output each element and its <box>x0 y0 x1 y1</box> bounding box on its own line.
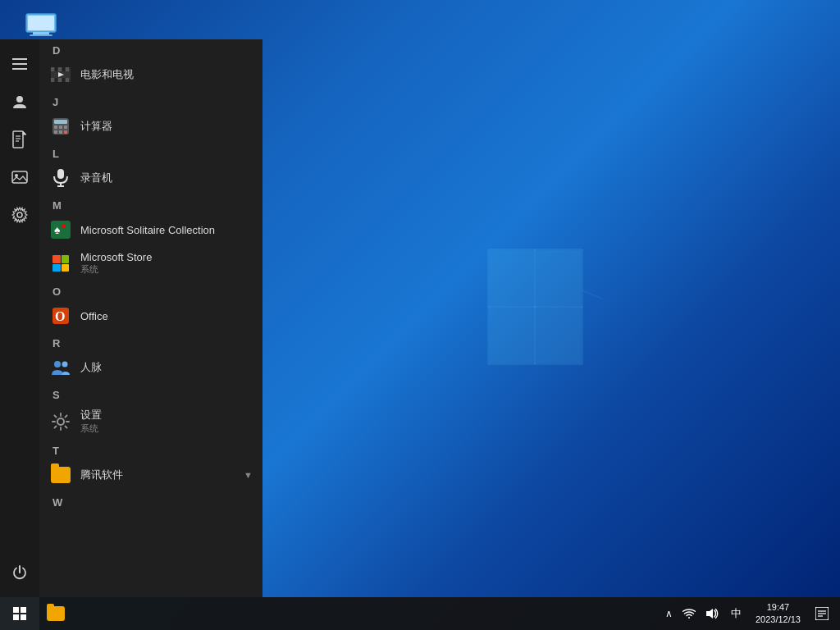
language-label: 中 <box>731 606 742 621</box>
app-item-recorder[interactable]: 录音机 <box>39 162 262 194</box>
svg-rect-27 <box>55 67 57 71</box>
svg-rect-28 <box>58 67 62 71</box>
svg-rect-9 <box>536 308 582 363</box>
svg-rect-39 <box>54 126 57 129</box>
section-d: D <box>39 39 262 58</box>
calculator-icon <box>49 115 72 138</box>
store-icon <box>49 252 72 275</box>
app-item-office[interactable]: O Office <box>39 299 262 332</box>
volume-icon-button[interactable] <box>701 597 724 630</box>
section-o: O <box>39 281 262 299</box>
svg-rect-26 <box>51 67 54 71</box>
svg-point-55 <box>57 418 64 425</box>
svg-line-62 <box>66 415 67 417</box>
section-t: T <box>39 440 262 459</box>
taskbar-right: ∧ 中 <box>660 597 840 630</box>
tray-expand-icon: ∧ <box>665 608 673 619</box>
this-pc-icon <box>25 12 57 37</box>
sidebar-hamburger[interactable] <box>3 48 36 80</box>
svg-rect-45 <box>57 169 64 179</box>
photos-icon <box>11 169 28 185</box>
svg-text:O: O <box>55 309 65 323</box>
settings-app-icon <box>49 410 72 433</box>
movie-app-name: 电影和电视 <box>80 67 134 82</box>
svg-rect-34 <box>62 78 65 82</box>
taskbar-file-explorer[interactable] <box>39 597 72 630</box>
network-icon-button[interactable] <box>678 597 701 630</box>
language-button[interactable]: 中 <box>724 597 749 630</box>
app-item-people[interactable]: 人脉 <box>39 351 262 384</box>
system-tray-expand[interactable]: ∧ <box>660 597 678 630</box>
svg-rect-32 <box>55 78 57 82</box>
svg-rect-16 <box>13 131 23 148</box>
sidebar-settings-button[interactable] <box>3 199 36 231</box>
svg-point-54 <box>62 362 68 368</box>
app-item-tencent[interactable]: 腾讯软件 ▼ <box>39 459 262 491</box>
notification-button[interactable] <box>807 597 837 630</box>
section-w: W <box>39 491 262 510</box>
tencent-folder-icon <box>49 463 72 486</box>
start-sidebar <box>0 39 39 597</box>
sidebar-user-button[interactable] <box>3 85 36 118</box>
start-menu: D <box>0 39 262 597</box>
taskbar-clock[interactable]: 19:47 2023/12/13 <box>749 597 807 630</box>
start-app-list[interactable]: D <box>39 39 262 597</box>
sidebar-power-button[interactable] <box>3 556 36 589</box>
svg-rect-12 <box>28 16 54 30</box>
section-s: S <box>39 384 262 403</box>
svg-point-53 <box>54 361 61 368</box>
sidebar-document-button[interactable] <box>3 123 36 156</box>
svg-rect-41 <box>64 126 67 129</box>
svg-line-10 <box>582 290 603 340</box>
svg-rect-8 <box>489 308 534 363</box>
notification-icon <box>815 607 829 620</box>
office-icon: O <box>49 304 72 327</box>
svg-rect-30 <box>66 67 69 71</box>
settings-icon <box>11 207 28 223</box>
taskbar: ∧ 中 <box>0 597 840 630</box>
app-item-solitaire[interactable]: ♠ ♥ Microsoft Solitaire Collection <box>39 213 262 246</box>
solitaire-app-name: Microsoft Solitaire Collection <box>80 224 215 236</box>
svg-rect-6 <box>489 250 534 306</box>
section-m: M <box>39 194 262 213</box>
svg-rect-43 <box>59 130 62 134</box>
svg-rect-35 <box>66 78 69 82</box>
svg-rect-38 <box>54 120 67 124</box>
store-app-name: Microsoft Store <box>80 251 152 263</box>
document-icon <box>12 130 27 148</box>
clock-time: 19:47 <box>767 601 790 614</box>
start-button[interactable] <box>0 597 39 630</box>
folder-taskbar-icon <box>47 606 65 621</box>
svg-rect-7 <box>536 250 582 306</box>
svg-rect-14 <box>30 34 52 36</box>
hamburger-icon <box>12 58 27 70</box>
power-icon <box>11 564 28 581</box>
desktop: 此电脑 <box>0 0 840 630</box>
app-item-movie[interactable]: 电影和电视 <box>39 58 262 91</box>
sidebar-photos-button[interactable] <box>3 161 36 194</box>
section-j: J <box>39 91 262 110</box>
calculator-app-name: 计算器 <box>80 119 112 134</box>
store-app-sub: 系统 <box>80 263 152 276</box>
svg-rect-44 <box>64 130 67 134</box>
tencent-app-name: 腾讯软件 <box>80 468 123 482</box>
volume-icon <box>705 608 719 619</box>
settings-app-sub: 系统 <box>80 422 102 435</box>
network-icon <box>682 608 696 619</box>
section-l: L <box>39 143 262 162</box>
svg-point-24 <box>17 212 22 217</box>
movie-icon <box>49 63 72 86</box>
recorder-icon <box>49 167 72 189</box>
app-item-calculator[interactable]: 计算器 <box>39 110 262 143</box>
svg-line-60 <box>54 415 56 417</box>
svg-line-63 <box>54 426 56 427</box>
start-win-icon <box>13 607 26 620</box>
app-item-store[interactable]: Microsoft Store 系统 <box>39 246 262 281</box>
windows-logo <box>439 225 603 389</box>
svg-rect-22 <box>12 171 27 183</box>
recorder-app-name: 录音机 <box>80 171 112 185</box>
app-item-settings[interactable]: 设置 系统 <box>39 403 262 440</box>
settings-app-name: 设置 <box>80 408 102 422</box>
user-icon <box>11 94 28 110</box>
svg-rect-42 <box>54 130 57 134</box>
